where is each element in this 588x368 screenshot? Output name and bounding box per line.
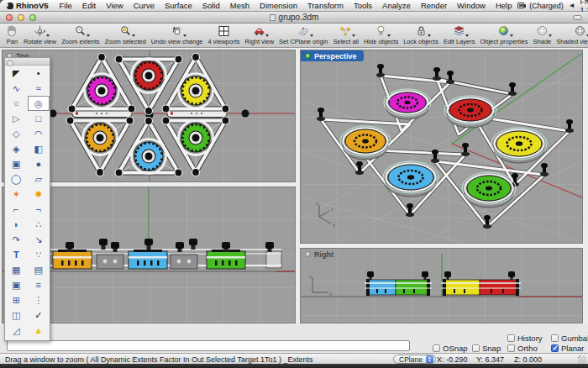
toolbar-button-lock-objects[interactable]: Lock objects: [403, 24, 438, 45]
surface-tool-icon[interactable]: ◈: [5, 141, 28, 156]
menu-item-mesh[interactable]: Mesh: [225, 1, 255, 10]
front-block-green[interactable]: [207, 250, 245, 269]
freeform-tool-icon[interactable]: ◠: [28, 126, 50, 141]
menu-item-edit[interactable]: Edit: [77, 1, 101, 10]
toolbar-button-right-view[interactable]: Right view: [244, 24, 274, 45]
gumball-checkbox[interactable]: Gumball: [551, 334, 588, 343]
right-assembly-right[interactable]: [441, 271, 521, 296]
toolbar-button-pan[interactable]: Pan: [6, 24, 18, 45]
cylinder-tool-icon[interactable]: ◯: [5, 171, 28, 187]
persp-disk-green[interactable]: [462, 172, 516, 208]
gear-yellow[interactable]: [179, 74, 213, 108]
toolbar-button-rotate-view[interactable]: Rotate view: [24, 24, 56, 45]
toolbar-button-4-viewports[interactable]: 4 viewports: [208, 24, 240, 45]
menu-item-file[interactable]: File: [55, 1, 77, 10]
menu-item-transform[interactable]: Transform: [302, 1, 349, 10]
planar-checkbox[interactable]: Planar: [551, 344, 584, 353]
menu-item-surface[interactable]: Surface: [160, 1, 197, 10]
gear-green[interactable]: [179, 121, 213, 155]
right-assembly-left[interactable]: [365, 271, 432, 296]
chamfer-tool-icon[interactable]: ¬: [28, 202, 50, 217]
solid-edit-tool-icon[interactable]: ▣: [5, 277, 28, 292]
dimension-tool-icon[interactable]: ≡: [28, 277, 50, 292]
circle-tool-icon[interactable]: ○: [5, 96, 28, 111]
gear-magenta[interactable]: [85, 74, 119, 108]
trim-tool-icon[interactable]: ◿: [5, 323, 28, 338]
front-block-orange[interactable]: [53, 250, 92, 269]
viewport-right[interactable]: Right: [300, 248, 583, 323]
menu-item-window[interactable]: Window: [452, 1, 491, 10]
history-checkbox[interactable]: History: [507, 334, 543, 343]
control-curve-tool-icon[interactable]: ≈: [28, 81, 50, 96]
toolbar-button-zoom-selected[interactable]: Zoom selected: [105, 24, 146, 45]
persp-disk-blue[interactable]: [383, 161, 438, 197]
point-edit-tool-icon[interactable]: ∵: [28, 247, 50, 262]
polygon-tool-icon[interactable]: ◇: [5, 126, 28, 141]
menu-item-dimension[interactable]: Dimension: [255, 1, 302, 10]
toolbar-button-select-all[interactable]: Select all: [333, 24, 358, 45]
toolbar-button-hide-objects[interactable]: Hide objects: [364, 24, 398, 45]
check-tool-icon[interactable]: ✓: [28, 308, 50, 323]
viewport-perspective-label[interactable]: Perspective: [301, 50, 364, 61]
toolbar-button-shaded-viewport[interactable]: Shaded viewport: [556, 24, 588, 45]
toolbar-button-object-properties[interactable]: Object properties: [480, 24, 528, 45]
menu-item-app[interactable]: RhinoV5: [11, 1, 54, 10]
rectangle-tool-icon[interactable]: □: [28, 111, 50, 126]
extend-tool-icon[interactable]: ↘: [28, 232, 50, 247]
snap-tool-icon[interactable]: ✶: [5, 187, 28, 202]
menu-item-view[interactable]: View: [101, 1, 128, 10]
persp-disk-magenta[interactable]: [384, 89, 431, 119]
osnap-checkbox[interactable]: OSnap: [433, 344, 468, 353]
menu-item-solid[interactable]: Solid: [197, 1, 225, 10]
persp-disk-orange[interactable]: [340, 126, 391, 160]
gear-red[interactable]: [132, 59, 166, 93]
text-tool-icon[interactable]: T: [5, 247, 28, 262]
patch-tool-icon[interactable]: ◧: [28, 141, 50, 156]
resize-grip[interactable]: [578, 355, 586, 364]
toolbar-toggle-lozenge[interactable]: [573, 15, 582, 20]
persp-disk-red[interactable]: [444, 96, 496, 128]
rebuild-tool-icon[interactable]: ↷: [5, 232, 28, 247]
cplane-selector[interactable]: CPlane▲▼: [393, 355, 436, 364]
plane-tool-icon[interactable]: ▱: [28, 171, 50, 187]
curve-tool-icon[interactable]: ∿: [5, 81, 28, 96]
viewport-perspective[interactable]: Perspective: [300, 50, 583, 244]
sphere-tool-icon[interactable]: ●: [28, 156, 50, 171]
fillet-tool-icon[interactable]: ⌐: [5, 202, 28, 217]
toolbar-button-undo-view-change[interactable]: Undo view change: [151, 24, 203, 45]
select-tool-icon[interactable]: ◤: [5, 66, 28, 81]
ellipse-tool-icon[interactable]: ◎: [28, 96, 50, 111]
snap-checkbox[interactable]: Snap: [472, 344, 501, 353]
ortho-checkbox[interactable]: Ortho: [507, 344, 538, 353]
grid-array-tool-icon[interactable]: ⊞: [5, 292, 28, 308]
point-cloud-tool-icon[interactable]: ∴: [28, 217, 50, 232]
box-tool-icon[interactable]: ▣: [5, 156, 28, 171]
menu-item-analyze[interactable]: Analyze: [377, 1, 416, 10]
menu-item-curve[interactable]: Curve: [129, 1, 160, 10]
command-input[interactable]: [7, 340, 410, 351]
toolbar-button-edit-layers[interactable]: Edit Layers: [444, 24, 475, 45]
palette-header[interactable]: [5, 58, 50, 66]
persp-disk-yellow[interactable]: [491, 128, 547, 163]
front-block-blue[interactable]: [129, 250, 167, 269]
battery-icon[interactable]: [517, 3, 524, 8]
menu-item-render[interactable]: Render: [416, 1, 452, 10]
menu-item-tools[interactable]: Tools: [349, 1, 377, 10]
toolbar-button-shade[interactable]: Shade: [533, 24, 552, 45]
gear-orange[interactable]: [83, 121, 118, 155]
toolbar-button-zoom-extents[interactable]: Zoom extents: [61, 24, 99, 45]
volume-icon[interactable]: ◄: [569, 2, 575, 9]
cone-tool-icon[interactable]: ▲: [28, 323, 50, 338]
pin-tool-icon[interactable]: ⋮: [28, 292, 50, 308]
array-tool-icon[interactable]: ▤: [28, 262, 50, 277]
gear-blue[interactable]: [132, 139, 166, 174]
menu-item-help[interactable]: Help: [491, 1, 517, 10]
explode-tool-icon[interactable]: ✸: [28, 187, 50, 202]
perspective-view-canvas[interactable]: z y x: [301, 50, 583, 244]
arc-tool-icon[interactable]: ▷: [5, 111, 28, 126]
point-tool-icon[interactable]: •: [28, 66, 50, 81]
block-tool-icon[interactable]: ▦: [5, 262, 28, 277]
right-view-canvas[interactable]: z y: [301, 249, 583, 323]
viewport-right-label[interactable]: Right: [301, 249, 340, 260]
copy-tool-icon[interactable]: ◫: [5, 308, 28, 323]
